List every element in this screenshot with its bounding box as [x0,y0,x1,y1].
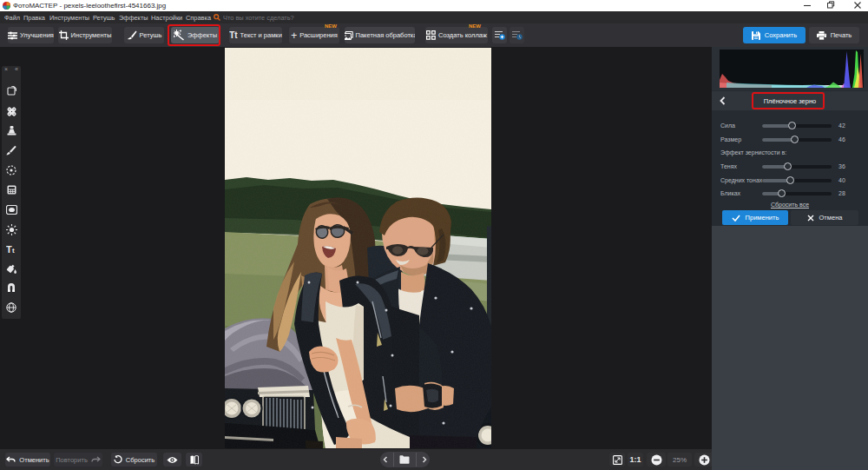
svg-text:T: T [6,244,12,254]
svg-text:t: t [12,247,15,254]
